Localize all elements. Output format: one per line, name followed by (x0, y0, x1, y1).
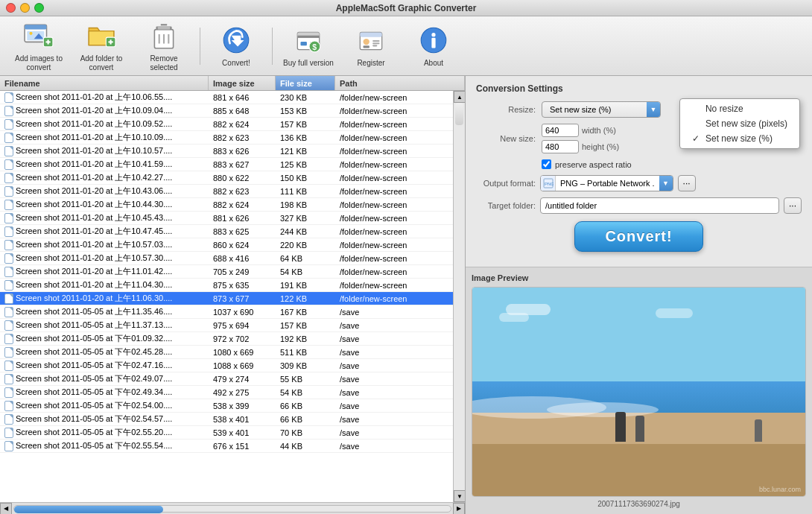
format-arrow-button[interactable]: ▼ (659, 175, 673, 191)
file-cell-imagesize: 492 x 275 (209, 388, 276, 397)
table-row[interactable]: Screen shot 2011-01-20 at 上午11.06.30....… (0, 292, 453, 305)
scroll-down-button[interactable]: ▼ (454, 490, 465, 502)
add-folder-button[interactable]: Add folder to convert (72, 21, 131, 72)
file-cell-path: /folder/new-screen (335, 254, 453, 263)
table-row[interactable]: Screen shot 2011-05-05 at 下午02.54.00....… (0, 399, 453, 413)
table-row[interactable]: Screen shot 2011-05-05 at 下午02.49.34....… (0, 386, 453, 399)
file-cell-filesize: 66 KB (276, 415, 335, 424)
horizontal-scrollbar[interactable]: ◀ ▶ (0, 502, 465, 514)
file-icon (4, 334, 13, 344)
size-inputs: width (%) height (%) (542, 124, 619, 153)
file-cell-filename: Screen shot 2011-01-20 at 上午10.45.43.... (0, 212, 209, 223)
about-label: About (424, 59, 443, 68)
maximize-button[interactable] (34, 3, 44, 13)
file-cell-imagesize: 1088 x 669 (209, 361, 276, 370)
table-row[interactable]: Screen shot 2011-05-05 at 下午01.09.32....… (0, 332, 453, 346)
svg-rect-32 (372, 42, 379, 44)
file-icon (4, 387, 13, 398)
add-folder-label: Add folder to convert (74, 54, 128, 72)
folder-dots-button[interactable]: ··· (784, 197, 802, 214)
table-row[interactable]: Screen shot 2011-01-20 at 上午10.09.04....… (0, 104, 453, 118)
table-row[interactable]: Screen shot 2011-01-20 at 上午10.41.59....… (0, 158, 453, 171)
convert-toolbar-icon (221, 25, 252, 56)
scroll-thumb[interactable] (14, 506, 163, 513)
person-1 (615, 412, 626, 442)
format-select[interactable]: PNG PNG – Portable Network . ▼ (540, 175, 673, 191)
file-cell-imagesize: 873 x 677 (209, 294, 276, 303)
col-header-filename[interactable]: Filename (0, 76, 209, 90)
scroll-up-button[interactable]: ▲ (454, 91, 465, 103)
file-cell-filename: Screen shot 2011-05-05 at 下午02.49.07.... (0, 373, 209, 384)
col-header-imagesize[interactable]: Image size (209, 76, 276, 90)
table-row[interactable]: Screen shot 2011-05-05 at 下午02.47.16....… (0, 359, 453, 372)
table-row[interactable]: Screen shot 2011-01-20 at 上午10.42.27....… (0, 171, 453, 185)
dropdown-item-pixels[interactable]: Set new size (pixels) (680, 116, 799, 131)
remove-selected-button[interactable]: Remove selected (134, 21, 194, 72)
file-cell-imagesize: 882 x 623 (209, 133, 276, 142)
table-row[interactable]: Screen shot 2011-01-20 at 上午10.06.55....… (0, 91, 453, 104)
table-row[interactable]: Screen shot 2011-01-20 at 上午11.01.42....… (0, 265, 453, 279)
table-row[interactable]: Screen shot 2011-05-05 at 下午02.55.54....… (0, 440, 453, 453)
table-row[interactable]: Screen shot 2011-01-20 at 上午11.04.30....… (0, 279, 453, 292)
table-row[interactable]: Screen shot 2011-01-20 at 上午10.45.43....… (0, 212, 453, 225)
about-button[interactable]: About (404, 21, 463, 72)
preserve-aspect-checkbox[interactable] (542, 159, 551, 169)
col-header-filesize[interactable]: File size (276, 76, 335, 90)
file-icon (4, 240, 13, 250)
dropdown-item-percent[interactable]: Set new size (%) (680, 131, 799, 146)
file-cell-filesize: 70 KB (276, 428, 335, 437)
file-icon (4, 200, 13, 210)
file-cell-imagesize: 882 x 624 (209, 120, 276, 129)
file-cell-filename: Screen shot 2011-05-05 at 上午11.37.13.... (0, 320, 209, 331)
dropdown-item-no-resize[interactable]: No resize (680, 101, 799, 116)
target-folder-input[interactable] (540, 197, 779, 214)
table-row[interactable]: Screen shot 2011-01-20 at 上午10.09.52....… (0, 118, 453, 131)
resize-dropdown-popup[interactable]: No resize Set new size (pixels) Set new … (679, 98, 800, 149)
table-row[interactable]: Screen shot 2011-01-20 at 上午10.57.03....… (0, 238, 453, 252)
file-cell-filename: Screen shot 2011-01-20 at 上午10.09.04.... (0, 105, 209, 116)
table-row[interactable]: Screen shot 2011-01-20 at 上午10.44.30....… (0, 198, 453, 212)
scroll-track[interactable] (13, 505, 451, 513)
svg-rect-22 (301, 42, 307, 45)
file-cell-filesize: 64 KB (276, 254, 335, 263)
file-cell-filename: Screen shot 2011-01-20 at 上午10.10.57.... (0, 145, 209, 156)
minimize-button[interactable] (20, 3, 30, 13)
height-input[interactable] (542, 140, 579, 153)
table-row[interactable]: Screen shot 2011-01-20 at 上午10.43.06....… (0, 185, 453, 198)
file-cell-path: /save (335, 442, 453, 451)
remove-selected-label: Remove selected (137, 54, 191, 72)
width-input[interactable] (542, 124, 579, 137)
add-images-button[interactable]: Add images to convert (9, 21, 69, 72)
right-panel: Conversion Settings No resize Set new si… (466, 76, 812, 514)
vertical-scrollbar[interactable]: ▲ ▼ (453, 91, 465, 502)
close-button[interactable] (6, 3, 16, 13)
resize-select-arrow[interactable]: ▼ (647, 102, 660, 117)
buy-full-version-button[interactable]: $ Buy full version (279, 21, 338, 72)
table-row[interactable]: Screen shot 2011-01-20 at 上午10.10.09....… (0, 131, 453, 145)
scroll-left-button[interactable]: ◀ (0, 503, 12, 515)
resize-select[interactable]: Set new size (%) ▼ (542, 101, 661, 118)
file-cell-path: /save (335, 348, 453, 357)
file-cell-path: /save (335, 388, 453, 397)
table-row[interactable]: Screen shot 2011-05-05 at 下午02.45.28....… (0, 346, 453, 359)
file-cell-imagesize: 705 x 249 (209, 267, 276, 276)
table-row[interactable]: Screen shot 2011-05-05 at 上午11.37.13....… (0, 319, 453, 332)
file-cell-filename: Screen shot 2011-01-20 at 上午10.06.55.... (0, 92, 209, 103)
table-row[interactable]: Screen shot 2011-05-05 at 上午11.35.46....… (0, 305, 453, 319)
table-row[interactable]: Screen shot 2011-05-05 at 下午02.55.20....… (0, 426, 453, 440)
scroll-right-button[interactable]: ▶ (453, 503, 465, 515)
col-header-path[interactable]: Path (335, 76, 465, 90)
convert-toolbar-label: Convert! (222, 59, 250, 68)
convert-toolbar-button[interactable]: Convert! (206, 21, 266, 72)
file-cell-filesize: 121 KB (276, 147, 335, 156)
table-row[interactable]: Screen shot 2011-01-20 at 上午10.10.57....… (0, 145, 453, 158)
table-row[interactable]: Screen shot 2011-05-05 at 下午02.49.07....… (0, 372, 453, 386)
table-row[interactable]: Screen shot 2011-01-20 at 上午10.47.45....… (0, 225, 453, 238)
convert-button[interactable]: Convert! (574, 221, 702, 252)
table-row[interactable]: Screen shot 2011-05-05 at 下午02.54.57....… (0, 413, 453, 426)
register-button[interactable]: Register (341, 21, 401, 72)
format-dots-button[interactable]: ··· (678, 175, 696, 191)
file-cell-filename: Screen shot 2011-01-20 at 上午10.41.59.... (0, 159, 209, 170)
table-row[interactable]: Screen shot 2011-01-20 at 上午10.57.30....… (0, 252, 453, 265)
buy-full-version-icon: $ (293, 25, 324, 56)
